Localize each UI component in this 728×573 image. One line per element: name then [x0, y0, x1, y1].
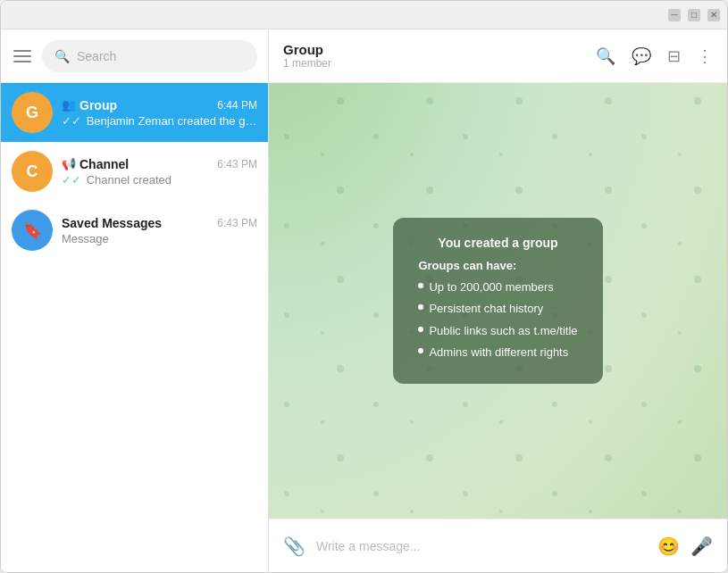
chat-item-group[interactable]: G 👥 Group 6:44 PM ✓✓ Benjamin Zeman crea…: [1, 83, 268, 142]
search-input[interactable]: [77, 49, 245, 63]
search-icon: 🔍: [54, 49, 70, 63]
chat-item-channel[interactable]: C 📢 Channel 6:43 PM ✓✓ Channel created: [1, 142, 268, 201]
search-box[interactable]: 🔍: [42, 40, 257, 72]
double-check-group: ✓✓: [62, 114, 81, 128]
chat-messages: You created a group Groups can have: Up …: [269, 83, 727, 519]
main-layout: 🔍 G 👥 Group 6:44 PM: [1, 29, 727, 572]
channel-icon: 📢: [62, 157, 76, 170]
chat-info-channel: 📢 Channel 6:43 PM ✓✓ Channel created: [62, 157, 257, 187]
chat-info-group: 👥 Group 6:44 PM ✓✓ Benjamin Zeman create…: [62, 98, 257, 128]
chat-info-saved: Saved Messages 6:43 PM Message: [62, 216, 257, 245]
chat-area: Group 1 member 🔍 💬 ⊟ ⋮ You created a gro…: [269, 29, 727, 572]
chat-header: Group 1 member 🔍 💬 ⊟ ⋮: [269, 29, 727, 83]
columns-icon[interactable]: ⊟: [667, 46, 681, 66]
mic-icon[interactable]: 🎤: [690, 536, 713, 557]
chat-preview-saved: Message: [62, 232, 257, 245]
attach-icon[interactable]: 📎: [283, 536, 305, 557]
message-input[interactable]: [316, 539, 647, 553]
sidebar: 🔍 G 👥 Group 6:44 PM: [1, 29, 269, 572]
avatar-channel: C: [12, 151, 53, 192]
chat-header-subtitle: 1 member: [283, 57, 331, 70]
bullet-icon: [418, 283, 423, 288]
titlebar: ─ □ ✕: [1, 1, 727, 29]
chat-header-name: Group: [283, 42, 331, 57]
chat-header-info: Group 1 member: [283, 42, 331, 70]
info-bubble-subtitle: Groups can have:: [418, 259, 577, 272]
bullet-icon: [418, 327, 423, 332]
call-icon[interactable]: 💬: [632, 46, 651, 66]
list-item: Up to 200,000 members: [418, 279, 577, 295]
group-created-info-bubble: You created a group Groups can have: Up …: [393, 218, 602, 384]
info-bubble-title: You created a group: [418, 236, 577, 250]
chat-preview-channel: ✓✓ Channel created: [62, 173, 257, 187]
chat-item-saved[interactable]: 🔖 Saved Messages 6:43 PM Message: [1, 201, 268, 260]
double-check-channel: ✓✓: [62, 173, 81, 187]
list-item: Public links such as t.me/title: [418, 323, 577, 339]
list-item: Persistent chat history: [418, 301, 577, 317]
chat-list: G 👥 Group 6:44 PM ✓✓ Benjamin Zeman crea…: [1, 83, 268, 572]
avatar-saved: 🔖: [12, 210, 53, 251]
emoji-icon[interactable]: 😊: [657, 536, 680, 557]
chat-time-group: 6:44 PM: [217, 99, 257, 112]
app-window: ─ □ ✕ 🔍 G: [0, 0, 728, 573]
chat-name-group: 👥 Group: [62, 98, 117, 112]
bullet-icon: [418, 304, 423, 310]
chat-time-saved: 6:43 PM: [217, 217, 257, 229]
group-icon: 👥: [62, 98, 76, 112]
sidebar-header: 🔍: [1, 29, 268, 83]
chat-name-channel: 📢 Channel: [62, 157, 129, 171]
close-button[interactable]: ✕: [707, 9, 720, 21]
chat-name-saved: Saved Messages: [62, 216, 162, 230]
maximize-button[interactable]: □: [688, 9, 700, 21]
chat-header-actions: 🔍 💬 ⊟ ⋮: [596, 46, 713, 66]
list-item: Admins with different rights: [418, 345, 577, 361]
menu-button[interactable]: [12, 46, 33, 67]
chat-time-channel: 6:43 PM: [217, 158, 257, 170]
minimize-button[interactable]: ─: [668, 9, 681, 21]
more-options-icon[interactable]: ⋮: [697, 46, 713, 66]
bullet-icon: [418, 348, 423, 353]
info-bubble-list: Up to 200,000 members Persistent chat hi…: [418, 279, 577, 361]
avatar-group: G: [12, 92, 53, 133]
chat-input-area: 📎 😊 🎤: [269, 519, 727, 572]
chat-preview-group: ✓✓ Benjamin Zeman created the gro...: [62, 114, 257, 128]
search-chat-icon[interactable]: 🔍: [596, 46, 615, 66]
